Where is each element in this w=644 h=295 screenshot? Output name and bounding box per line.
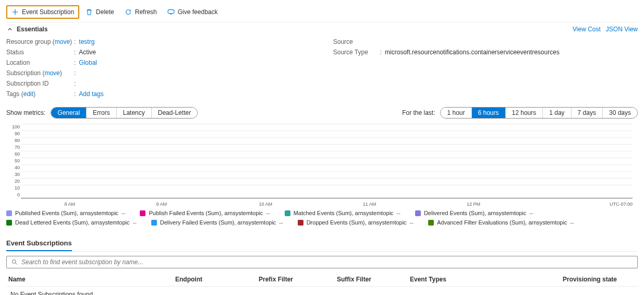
col-suffix: Suffix Filter (337, 276, 410, 283)
command-bar: Event Subscription Delete Refresh Give f… (6, 4, 638, 20)
essentials-subscription-id: Subscription ID : (6, 80, 104, 87)
resource-group-value[interactable]: testrg (79, 38, 94, 45)
range-12-hours[interactable]: 12 hours (505, 108, 543, 118)
tags-label: Tags (6, 90, 19, 98)
subscription-label: Subscription (6, 69, 41, 77)
col-endpoint: Endpoint (175, 276, 259, 283)
chart-legend: Published Events (Sum), arnsystemtopic -… (6, 207, 638, 234)
range-30-days[interactable]: 30 days (602, 108, 637, 118)
chart-y-axis: 1009080706050403020100 (6, 124, 20, 198)
source-type-label: Source Type (333, 49, 380, 56)
essentials-location: Location : Global (6, 59, 104, 66)
location-value[interactable]: Global (79, 59, 97, 66)
legend-swatch (415, 210, 421, 216)
legend-item[interactable]: Dropped Events (Sum), arnsystemtopic -- (298, 219, 414, 226)
legend-value: -- (266, 210, 270, 216)
legend-item[interactable]: Delivery Failed Events (Sum), arnsystemt… (151, 219, 283, 226)
legend-value: -- (397, 210, 400, 216)
legend-value: -- (279, 219, 283, 226)
essentials-status: Status : Active (6, 49, 104, 56)
metrics-errors[interactable]: Errors (86, 108, 116, 118)
legend-value: -- (410, 219, 414, 226)
delete-label: Delete (96, 8, 114, 16)
legend-swatch (151, 220, 157, 226)
col-types: Event Types (410, 276, 563, 283)
view-cost-link[interactable]: View Cost (573, 26, 601, 33)
give-feedback-button[interactable]: Give feedback (163, 6, 222, 18)
range-1-day[interactable]: 1 day (542, 108, 570, 118)
metrics-latency[interactable]: Latency (116, 108, 151, 118)
range-7-days[interactable]: 7 days (571, 108, 602, 118)
range-1-hour[interactable]: 1 hour (441, 108, 471, 118)
legend-item[interactable]: Matched Events (Sum), arnsystemtopic -- (285, 210, 400, 216)
chart-x-axis: UTC-07:00 8 AM9 AM10 AM11 AM12 PM (21, 198, 633, 207)
give-feedback-label: Give feedback (178, 8, 218, 16)
essentials-header: Essentials View Cost JSON View (6, 22, 638, 35)
legend-swatch (6, 210, 12, 216)
delete-button[interactable]: Delete (81, 6, 118, 18)
source-type-value: microsoft.resourcenotifications.containe… (385, 49, 560, 56)
col-provision: Provisioning state (563, 276, 636, 283)
refresh-button[interactable]: Refresh (120, 6, 161, 18)
subscription-search[interactable] (6, 256, 638, 268)
source-label: Source (333, 38, 380, 45)
metrics-controls: Show metrics: General Errors Latency Dea… (6, 103, 638, 124)
metrics-dead-letter[interactable]: Dead-Letter (151, 108, 197, 118)
legend-value: -- (132, 219, 136, 226)
legend-item[interactable]: Publish Failed Events (Sum), arnsystemto… (140, 210, 270, 216)
legend-item[interactable]: Advanced Filter Evaluations (Sum), arnsy… (428, 219, 574, 226)
legend-item[interactable]: Dead Lettered Events (Sum), arnsystemtop… (6, 219, 137, 226)
legend-item[interactable]: Delivered Events (Sum), arnsystemtopic -… (415, 210, 533, 216)
metrics-pill-group: General Errors Latency Dead-Letter (51, 107, 198, 119)
legend-swatch (6, 220, 12, 226)
svg-point-0 (13, 260, 16, 264)
essentials-links: View Cost JSON View (573, 26, 638, 33)
essentials-resource-group: Resource group (move) : testrg (6, 38, 104, 45)
tags-edit-link[interactable]: edit (23, 90, 33, 98)
legend-swatch (298, 220, 303, 226)
event-subscription-button[interactable]: Event Subscription (6, 5, 79, 19)
show-metrics-label: Show metrics: (6, 109, 45, 116)
subscription-move-link[interactable]: move (44, 69, 59, 77)
delete-icon (86, 8, 93, 16)
legend-label: Delivered Events (Sum), arnsystemtopic (424, 210, 526, 216)
metrics-chart: 1009080706050403020100 UTC-07:00 8 AM9 A… (6, 124, 638, 207)
essentials-left-col: Resource group (move) : testrg Status : … (6, 38, 104, 98)
refresh-label: Refresh (135, 8, 157, 16)
metrics-left: Show metrics: General Errors Latency Dea… (6, 107, 198, 119)
essentials-subscription: Subscription (move) : (6, 69, 104, 77)
legend-value: -- (121, 210, 125, 216)
col-name: Name (8, 276, 175, 283)
range-6-hours[interactable]: 6 hours (471, 108, 505, 118)
essentials-source: Source (333, 38, 560, 45)
add-tags-link[interactable]: Add tags (79, 90, 103, 98)
subscription-search-input[interactable] (21, 258, 633, 266)
legend-label: Publish Failed Events (Sum), arnsystemto… (149, 210, 263, 216)
legend-label: Advanced Filter Evaluations (Sum), arnsy… (437, 219, 567, 226)
subscriptions-empty-row: No Event Subscriptions found. (6, 287, 638, 295)
status-value: Active (79, 49, 96, 56)
legend-label: Dead Lettered Events (Sum), arnsystemtop… (15, 219, 129, 226)
plus-icon (11, 8, 19, 16)
subscriptions-title: Event Subscriptions (6, 234, 72, 251)
resource-group-move-link[interactable]: move (55, 38, 70, 45)
legend-label: Matched Events (Sum), arnsystemtopic (294, 210, 394, 216)
essentials-label: Essentials (17, 26, 47, 33)
legend-label: Published Events (Sum), arnsystemtopic (15, 210, 118, 216)
subscriptions-table-header: Name Endpoint Prefix Filter Suffix Filte… (6, 273, 638, 287)
legend-label: Delivery Failed Events (Sum), arnsystemt… (160, 219, 276, 226)
legend-swatch (428, 220, 434, 226)
legend-swatch (285, 210, 290, 216)
essentials-toggle[interactable]: Essentials (6, 26, 47, 33)
legend-value: -- (529, 210, 533, 216)
essentials-source-type: Source Type : microsoft.resourcenotifica… (333, 49, 560, 56)
essentials-grid: Resource group (move) : testrg Status : … (6, 35, 638, 103)
metrics-general[interactable]: General (51, 108, 86, 118)
chart-plot-area (21, 124, 633, 198)
essentials-right-col: Source Source Type : microsoft.resourcen… (333, 38, 560, 98)
json-view-link[interactable]: JSON View (606, 26, 638, 33)
legend-item[interactable]: Published Events (Sum), arnsystemtopic -… (6, 210, 125, 216)
feedback-icon (167, 8, 175, 16)
location-label: Location (6, 59, 74, 66)
search-icon (11, 258, 18, 266)
